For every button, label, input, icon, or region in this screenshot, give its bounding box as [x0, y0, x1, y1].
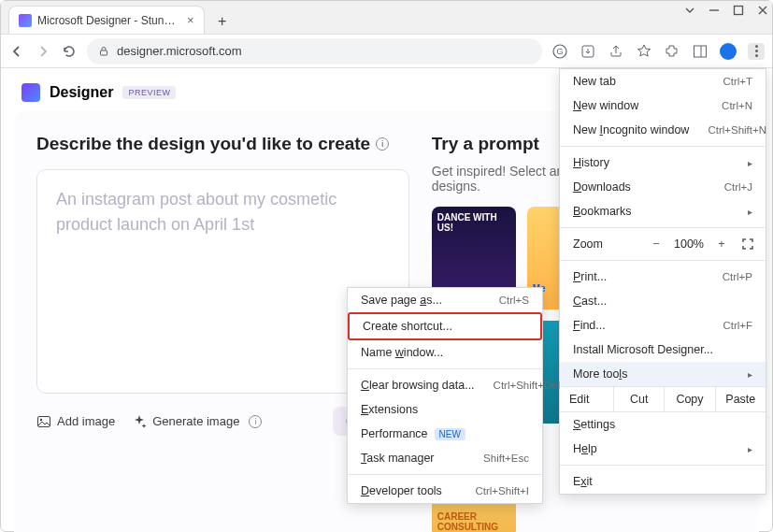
forward-button[interactable]: [35, 43, 51, 60]
menu-paste[interactable]: Paste: [716, 387, 766, 411]
address-bar[interactable]: designer.microsoft.com: [87, 38, 542, 65]
image-icon: [36, 414, 51, 429]
zoom-in-button[interactable]: +: [713, 236, 730, 252]
window-controls: [684, 5, 768, 19]
svg-rect-6: [38, 416, 50, 426]
titlebar: Microsoft Designer - Stunning d × +: [1, 1, 772, 35]
zoom-out-button[interactable]: −: [648, 236, 665, 252]
url-text: designer.microsoft.com: [117, 44, 242, 58]
google-icon[interactable]: G: [551, 43, 568, 60]
card-label: CAREERCONSULTING: [437, 511, 498, 532]
svg-text:G: G: [556, 47, 563, 56]
describe-heading-text: Describe the design you'd like to create: [36, 134, 370, 154]
menu-exit[interactable]: Exit: [560, 469, 766, 494]
minimize-icon[interactable]: [709, 5, 720, 19]
menu-history[interactable]: History▸: [560, 151, 766, 175]
menu-new-window[interactable]: New windowCtrl+N: [560, 93, 766, 118]
submenu-clear-browsing[interactable]: Clear browsing data...Ctrl+Shift+Del: [348, 373, 542, 397]
back-button[interactable]: [8, 43, 25, 60]
menu-cast[interactable]: Cast...: [560, 289, 766, 313]
toolbar: designer.microsoft.com G: [1, 35, 772, 68]
chrome-main-menu: New tabCtrl+T New windowCtrl+N New Incog…: [559, 68, 766, 495]
submenu-task-manager[interactable]: Task managerShift+Esc: [348, 446, 542, 470]
add-image-button[interactable]: Add image: [36, 414, 115, 429]
extensions-puzzle-icon[interactable]: [664, 43, 680, 60]
new-tab-button[interactable]: +: [210, 9, 235, 34]
generate-image-button[interactable]: Generate image i: [132, 414, 262, 429]
toolbar-right-icons: G: [551, 43, 765, 60]
brand-name: Designer: [50, 84, 113, 101]
menu-downloads[interactable]: DownloadsCtrl+J: [560, 175, 766, 199]
menu-cut[interactable]: Cut: [614, 387, 665, 411]
zoom-label: Zoom: [569, 237, 638, 251]
menu-more-tools[interactable]: More tools▸: [560, 362, 766, 386]
menu-new-tab[interactable]: New tabCtrl+T: [560, 69, 766, 93]
designer-logo-icon: [21, 83, 40, 102]
svg-point-7: [40, 418, 42, 420]
bookmark-star-icon[interactable]: [636, 43, 652, 60]
new-badge: NEW: [435, 428, 465, 440]
fullscreen-icon[interactable]: [739, 236, 756, 252]
svg-rect-1: [101, 50, 107, 55]
menu-print[interactable]: Print...Ctrl+P: [560, 265, 766, 289]
menu-zoom-row: Zoom − 100% +: [560, 232, 766, 256]
tab-close-icon[interactable]: ×: [187, 13, 194, 27]
menu-find[interactable]: Find...Ctrl+F: [560, 313, 766, 338]
install-app-icon[interactable]: [580, 43, 596, 60]
favicon-icon: [19, 14, 32, 27]
add-image-label: Add image: [57, 414, 115, 428]
preview-badge: PREVIEW: [122, 86, 176, 99]
menu-bookmarks[interactable]: Bookmarks▸: [560, 199, 766, 223]
submenu-create-shortcut[interactable]: Create shortcut...: [348, 312, 542, 340]
submenu-developer-tools[interactable]: Developer toolsCtrl+Shift+I: [348, 479, 542, 503]
svg-rect-0: [735, 7, 743, 15]
svg-rect-5: [694, 46, 707, 57]
submenu-name-window[interactable]: Name window...: [348, 340, 542, 365]
sparkle-icon: [132, 414, 147, 429]
chrome-menu-button[interactable]: [748, 43, 765, 60]
menu-copy[interactable]: Copy: [665, 387, 715, 411]
menu-edit-row: Edit Cut Copy Paste: [560, 386, 766, 412]
tab-title: Microsoft Designer - Stunning d: [37, 14, 178, 27]
chevron-down-icon[interactable]: [684, 5, 695, 19]
lock-icon: [98, 46, 109, 57]
menu-settings[interactable]: Settings: [560, 412, 766, 437]
submenu-save-page[interactable]: Save page as...Ctrl+S: [348, 288, 542, 312]
describe-heading: Describe the design you'd like to create…: [36, 134, 409, 154]
prompt-placeholder: An instagram post about my cosmetic prod…: [56, 190, 336, 234]
more-tools-submenu: Save page as...Ctrl+S Create shortcut...…: [347, 287, 543, 504]
share-icon[interactable]: [608, 43, 624, 60]
browser-window: Microsoft Designer - Stunning d × + desi…: [0, 0, 773, 532]
info-icon[interactable]: i: [376, 137, 389, 151]
info-icon[interactable]: i: [249, 415, 262, 428]
menu-install-app[interactable]: Install Microsoft Designer...: [560, 338, 766, 362]
zoom-value: 100%: [674, 237, 704, 251]
submenu-performance[interactable]: Performance NEW: [348, 422, 542, 446]
edit-label: Edit: [560, 387, 614, 411]
card-label: DANCE WITH US!: [437, 212, 510, 233]
close-window-icon[interactable]: [757, 5, 768, 19]
menu-help[interactable]: Help▸: [560, 437, 766, 461]
browser-tab[interactable]: Microsoft Designer - Stunning d ×: [8, 6, 205, 34]
profile-avatar[interactable]: [720, 43, 737, 60]
menu-new-incognito[interactable]: New Incognito windowCtrl+Shift+N: [560, 118, 766, 142]
generate-image-label: Generate image: [152, 414, 239, 428]
side-panel-icon[interactable]: [692, 43, 709, 60]
submenu-extensions[interactable]: Extensions: [348, 397, 542, 422]
maximize-icon[interactable]: [733, 5, 744, 19]
reload-button[interactable]: [61, 43, 78, 60]
